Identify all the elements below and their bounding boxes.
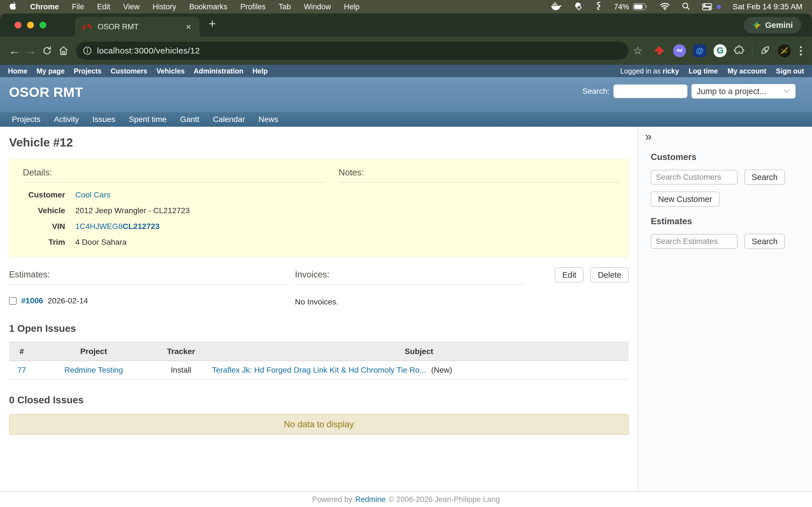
tab-title: OSOR RMT — [98, 22, 180, 31]
header-search-input[interactable] — [613, 84, 688, 98]
main-menu-calendar[interactable]: Calendar — [213, 115, 245, 124]
jump-to-project-select[interactable]: Jump to a project... — [691, 84, 796, 99]
column-header-tracker[interactable]: Tracker — [153, 342, 209, 361]
main-menu-activity[interactable]: Activity — [54, 115, 79, 124]
search-customers-input[interactable] — [651, 170, 738, 184]
web-page: Home My page Projects Customers Vehicles… — [0, 65, 812, 507]
bookmark-star-icon[interactable]: ☆ — [633, 45, 643, 57]
column-header-project[interactable]: Project — [35, 342, 153, 361]
estimate-date: 2026-02-14 — [48, 296, 88, 305]
top-menu-sign-out[interactable]: Sign out — [776, 67, 804, 75]
battery-percent: 74% — [614, 3, 629, 11]
search-estimates-button[interactable]: Search — [744, 234, 785, 249]
site-info-icon[interactable] — [81, 44, 94, 57]
extension-icon-blue[interactable]: @ — [693, 44, 706, 57]
column-header-subject[interactable]: Subject — [209, 342, 629, 361]
estimate-list-item: #1006 2026-02-14 — [9, 296, 288, 305]
search-estimates-input[interactable] — [651, 234, 738, 249]
customer-link[interactable]: Cool Cars — [75, 190, 110, 199]
battery-indicator[interactable]: 74% — [614, 3, 648, 11]
detail-label-trim: Trim — [23, 238, 65, 247]
address-bar[interactable]: localhost:3000/vehicles/12 — [76, 42, 628, 60]
grammarly-extension-icon[interactable]: G — [714, 44, 726, 57]
menubar-item-tab[interactable]: Tab — [278, 3, 291, 11]
wifi-icon[interactable] — [660, 2, 670, 11]
top-menu-help[interactable]: Help — [252, 67, 267, 75]
jump-to-project-value: Jump to a project... — [697, 87, 766, 96]
delete-button[interactable]: Delete — [591, 267, 629, 283]
edit-button[interactable]: Edit — [555, 267, 583, 283]
extensions-puzzle-icon[interactable] — [734, 45, 745, 57]
apple-menu-icon[interactable] — [10, 2, 17, 12]
main-menu-projects[interactable]: Projects — [12, 115, 40, 124]
top-menu-vehicles[interactable]: Vehicles — [156, 67, 185, 75]
sidebar-customers-heading: Customers — [651, 152, 812, 162]
no-invoices-text: No Invoices. — [295, 297, 524, 306]
main-menu-issues[interactable]: Issues — [93, 115, 115, 124]
top-menu-customers[interactable]: Customers — [110, 67, 147, 75]
main-menu-spent-time[interactable]: Spent time — [129, 115, 167, 124]
back-button[interactable]: ← — [6, 43, 22, 59]
top-menu-administration[interactable]: Administration — [194, 67, 243, 75]
menubar-item-window[interactable]: Window — [304, 3, 331, 11]
menubar-app-name[interactable]: Chrome — [30, 3, 59, 11]
reload-button[interactable] — [39, 43, 55, 59]
top-menu-log-time[interactable]: Log time — [689, 67, 718, 75]
column-header-id[interactable]: # — [9, 342, 35, 361]
new-customer-button[interactable]: New Customer — [651, 191, 719, 207]
logged-in-as: Logged in as ricky — [620, 67, 679, 75]
menubar-item-file[interactable]: File — [72, 3, 84, 11]
new-tab-button[interactable]: + — [209, 17, 216, 30]
window-zoom-button[interactable] — [40, 22, 46, 29]
menubar-item-help[interactable]: Help — [344, 3, 360, 11]
home-button[interactable] — [55, 43, 71, 59]
control-center-icon[interactable] — [702, 3, 712, 10]
gemini-button[interactable]: Gemini — [744, 17, 801, 33]
vin-link[interactable]: 1C4HJWEG8CL212723 — [75, 222, 160, 231]
menubar-item-profiles[interactable]: Profiles — [240, 3, 266, 11]
issue-row: 77 Redmine Testing Install Teraflex Jk: … — [9, 361, 629, 379]
forward-button[interactable]: → — [22, 43, 39, 59]
username: ricky — [663, 67, 679, 75]
chrome-menu-kebab-icon[interactable] — [798, 46, 804, 55]
menubar-item-bookmarks[interactable]: Bookmarks — [189, 3, 227, 11]
menubar-item-view[interactable]: View — [123, 3, 140, 11]
estimate-checkbox[interactable] — [9, 297, 17, 305]
browser-toolbar: ← → localhost:3000/vehicles/12 ☆ @ G — [0, 37, 812, 65]
menubar-clock[interactable]: Sat Feb 14 9:35 AM — [733, 2, 803, 11]
search-customers-button[interactable]: Search — [744, 170, 785, 185]
sidebar: » Customers Search New Customer Estimate… — [638, 127, 812, 491]
window-close-button[interactable] — [15, 22, 21, 29]
redmine-link[interactable]: Redmine — [355, 495, 386, 504]
notes-heading: Notes: — [339, 168, 619, 182]
issue-subject-link[interactable]: Teraflex Jk: Hd Forged Drag Link Kit & H… — [212, 365, 426, 374]
docker-menubar-icon[interactable] — [551, 2, 561, 11]
top-menu-my-page[interactable]: My page — [36, 67, 64, 75]
issue-project-link[interactable]: Redmine Testing — [64, 365, 123, 374]
search-label: Search: — [582, 87, 610, 96]
menubar-item-edit[interactable]: Edit — [97, 3, 110, 11]
detail-label-customer: Customer — [23, 190, 65, 200]
estimate-link[interactable]: #1006 — [21, 296, 43, 305]
window-minimize-button[interactable] — [27, 22, 34, 29]
spotlight-search-icon[interactable] — [682, 2, 690, 11]
top-menu-home[interactable]: Home — [8, 67, 28, 75]
top-menu-projects[interactable]: Projects — [74, 67, 102, 75]
menubar-app-icon-1[interactable] — [573, 2, 583, 12]
main-menu-gantt[interactable]: Gantt — [180, 115, 199, 124]
main-content: Vehicle #12 Details: Customer Cool Cars … — [0, 127, 638, 491]
top-menu-my-account[interactable]: My account — [727, 67, 766, 75]
issue-id-link[interactable]: 77 — [17, 365, 26, 374]
sidebar-collapse-icon[interactable]: » — [645, 131, 652, 143]
profile-avatar[interactable] — [778, 44, 791, 57]
menubar-item-history[interactable]: History — [153, 3, 176, 11]
extension-icon-purple[interactable] — [673, 44, 686, 57]
battery-saver-leaf-icon[interactable] — [760, 45, 770, 57]
main-menu-news[interactable]: News — [259, 115, 278, 124]
browser-tab[interactable]: OSOR RMT × — [75, 17, 200, 37]
vehicle-details-box: Details: Customer Cool Cars Vehicle 2012… — [9, 159, 629, 257]
details-heading: Details: — [23, 168, 326, 182]
extension-icon-red[interactable] — [653, 44, 666, 57]
tab-close-icon[interactable]: × — [185, 22, 192, 31]
menubar-app-icon-2[interactable] — [595, 1, 602, 12]
